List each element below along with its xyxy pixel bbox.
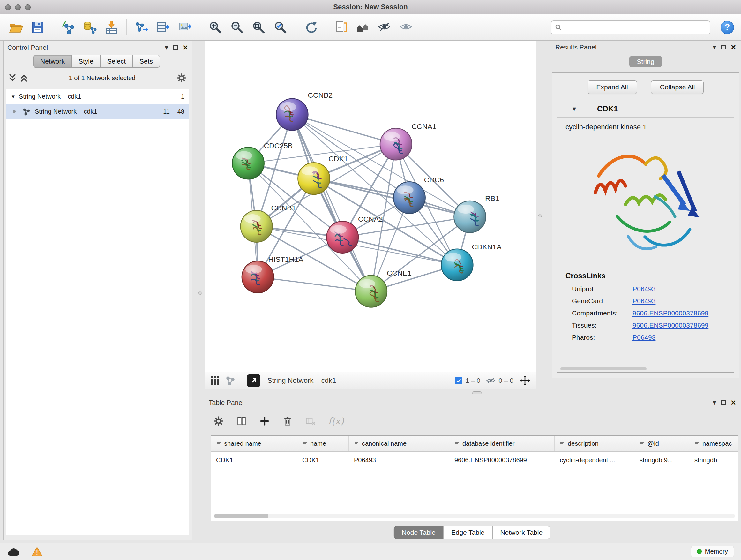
network-tree-child-row[interactable]: String Network – cdk1 11 48 <box>6 104 189 119</box>
zoom-in-button[interactable] <box>206 17 224 37</box>
network-node-ccnb1[interactable] <box>241 210 273 242</box>
cloud-icon[interactable] <box>7 547 20 557</box>
network-tree-root-row[interactable]: ▼ String Network – cdk1 1 <box>6 89 189 104</box>
cell-shared-name[interactable]: CDK1 <box>211 452 297 469</box>
birdseye-view-button[interactable] <box>354 17 372 37</box>
expand-all-icon[interactable] <box>20 74 28 82</box>
close-window-button[interactable] <box>5 4 11 10</box>
network-node-rb1[interactable] <box>454 201 486 233</box>
network-canvas[interactable]: CCNB2CCNA1CDC25BCDK1CDC6RB1CCNB1CCNA2CDK… <box>205 41 536 372</box>
tab-network[interactable]: Network <box>33 55 72 68</box>
panel-close-icon[interactable]: × <box>731 43 736 52</box>
show-columns-icon[interactable] <box>236 416 247 427</box>
cell-namespace[interactable]: stringdb <box>689 452 738 469</box>
cell-description[interactable]: cyclin-dependent ... <box>555 452 634 469</box>
hidden-eye-slash-icon[interactable] <box>486 377 495 384</box>
delete-column-trash-icon[interactable] <box>282 416 293 427</box>
column-header[interactable]: shared name <box>211 436 297 451</box>
table-row[interactable]: CDK1 CDK1 P06493 9606.ENSP00000378699 cy… <box>211 452 738 469</box>
column-header[interactable]: namespac <box>689 436 738 451</box>
panel-float-icon[interactable] <box>721 45 726 50</box>
panel-close-icon[interactable]: × <box>731 398 736 407</box>
network-edge[interactable] <box>258 277 371 292</box>
refresh-view-button[interactable] <box>302 17 320 37</box>
zoom-selected-button[interactable] <box>272 17 289 37</box>
network-node-ccne1[interactable] <box>355 275 387 307</box>
search-input[interactable] <box>564 23 706 31</box>
network-node-ccnb2[interactable] <box>276 99 308 131</box>
network-node-cdc6[interactable] <box>394 182 425 213</box>
collapse-all-icon[interactable] <box>9 74 16 82</box>
network-edge[interactable] <box>314 179 470 217</box>
collapse-gene-icon[interactable]: ▾ <box>572 105 576 112</box>
splitter-handle[interactable] <box>538 214 542 217</box>
export-image-button[interactable] <box>176 17 194 37</box>
import-network-file-button[interactable] <box>59 17 77 37</box>
zoom-out-button[interactable] <box>228 17 246 37</box>
expand-all-button[interactable]: Expand All <box>588 80 637 94</box>
cell-name[interactable]: CDK1 <box>297 452 349 469</box>
tab-style[interactable]: Style <box>71 55 100 68</box>
zoom-fit-button[interactable] <box>250 17 268 37</box>
tab-network-table[interactable]: Network Table <box>492 526 550 539</box>
memory-button[interactable]: Memory <box>691 546 734 557</box>
column-header[interactable]: @id <box>634 436 689 451</box>
cell-canonical-name[interactable]: P06493 <box>349 452 449 469</box>
open-session-button[interactable] <box>7 17 25 37</box>
import-network-database-button[interactable] <box>81 17 98 37</box>
warning-icon[interactable]: ! <box>31 547 43 557</box>
network-node-ccna1[interactable] <box>380 128 412 160</box>
splitter-handle[interactable] <box>472 391 482 394</box>
export-table-button[interactable] <box>154 17 172 37</box>
open-in-new-window-button[interactable] <box>247 374 260 387</box>
column-header[interactable]: description <box>555 436 634 451</box>
panel-menu-icon[interactable]: ▾ <box>713 44 716 51</box>
column-header[interactable]: database identifier <box>449 436 555 451</box>
export-network-button[interactable] <box>133 17 151 37</box>
copy-document-button[interactable] <box>332 17 350 37</box>
network-node-cdk1[interactable] <box>298 163 330 194</box>
gear-icon[interactable] <box>177 73 187 83</box>
crosslink-tissues[interactable]: 9606.ENSP00000378699 <box>632 321 709 329</box>
network-node-hist1h1a[interactable] <box>242 261 274 293</box>
pan-crosshair-icon[interactable] <box>519 375 531 386</box>
tab-select[interactable]: Select <box>100 55 133 68</box>
horizontal-scrollbar[interactable] <box>214 514 735 518</box>
panel-float-icon[interactable] <box>173 45 178 50</box>
column-header[interactable]: name <box>297 436 349 451</box>
save-session-button[interactable] <box>29 17 47 37</box>
crosslink-pharos[interactable]: P06493 <box>632 334 656 341</box>
tab-sets[interactable]: Sets <box>132 55 160 68</box>
column-header[interactable]: canonical name <box>349 436 449 451</box>
tree-expander-icon[interactable]: ▼ <box>11 94 16 99</box>
show-details-button[interactable] <box>397 17 415 37</box>
hide-details-button[interactable] <box>376 17 394 37</box>
table-settings-gear-icon[interactable] <box>213 416 224 427</box>
tab-edge-table[interactable]: Edge Table <box>443 526 493 539</box>
panel-close-icon[interactable]: × <box>183 44 188 52</box>
network-share-gray-icon[interactable] <box>226 376 235 385</box>
crosslink-uniprot[interactable]: P06493 <box>632 285 656 293</box>
panel-menu-icon[interactable]: ▾ <box>165 44 168 51</box>
cell-database-identifier[interactable]: 9606.ENSP00000378699 <box>449 452 555 469</box>
collapse-all-button[interactable]: Collapse All <box>651 80 704 94</box>
tab-node-table[interactable]: Node Table <box>394 526 444 539</box>
panel-menu-icon[interactable]: ▾ <box>713 399 716 406</box>
splitter-handle[interactable] <box>199 291 202 295</box>
minimize-window-button[interactable] <box>15 4 21 10</box>
crosslink-compartments[interactable]: 9606.ENSP00000378699 <box>632 309 709 317</box>
gene-header[interactable]: ▾ CDK1 <box>557 100 734 118</box>
network-node-ccna2[interactable] <box>327 221 358 253</box>
crosslink-genecard[interactable]: P06493 <box>632 297 656 305</box>
cell-at-id[interactable]: stringdb:9... <box>634 452 689 469</box>
tab-string[interactable]: String <box>629 56 662 67</box>
network-edge[interactable] <box>292 115 371 292</box>
horizontal-scrollbar[interactable] <box>560 368 647 370</box>
selected-checkbox-icon[interactable] <box>455 376 463 385</box>
network-node-cdkn1a[interactable] <box>441 249 473 281</box>
help-button[interactable]: ? <box>721 21 734 34</box>
grid-view-icon[interactable] <box>210 376 220 385</box>
scrollbar-thumb[interactable] <box>214 514 268 518</box>
import-table-button[interactable] <box>103 17 120 37</box>
zoom-window-button[interactable] <box>25 4 30 10</box>
